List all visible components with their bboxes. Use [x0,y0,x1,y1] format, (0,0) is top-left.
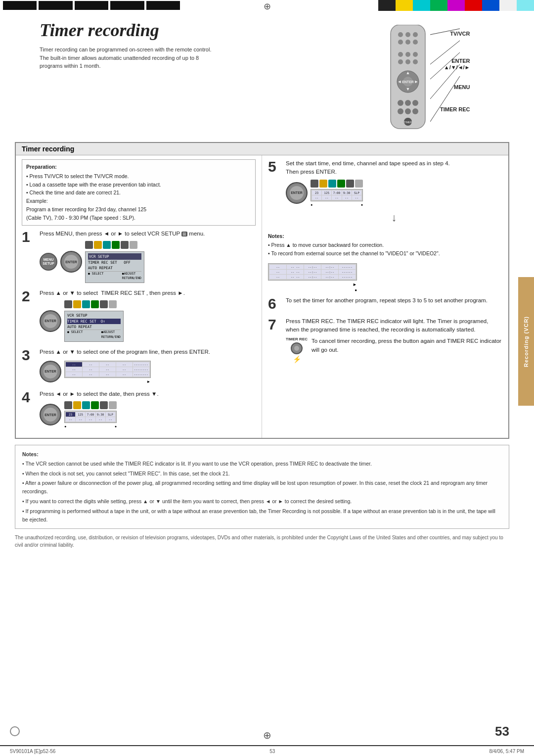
step-4: 4 Press ◄ or ► to select the date, then … [22,390,256,428]
step-5-screens: 23 125 7:00 9:30 SLP -- -- -- -- -- [311,180,363,206]
icon-2-2 [73,300,81,308]
step-7-content: Press TIMER REC. The TIMER REC indicator… [286,317,502,364]
step-7-num: 7 [268,317,282,332]
title-section: Timer recording Timer recording can be p… [15,15,509,135]
icon-4-6 [109,401,117,409]
bottom-notes-section: Notes: • The VCR section cannot be used … [15,445,509,529]
prep-line-4: Example: [26,197,251,205]
notes-screen-area: -- -- -- --:-- --:-- ------ -- -- -- --:… [268,262,502,292]
g5-r2c1: -- [312,195,321,200]
step-5-img: ENTER [286,180,502,206]
step-5-enter-icon: ENTER [286,182,308,204]
ng-r2c5: ------ [339,270,356,274]
ng-r2c2: -- -- [287,270,304,274]
icon-5-2 [319,180,327,188]
step-3-content: Press ▲ or ▼ to select one of the progra… [40,348,256,384]
step-6: 6 To set the timer for another program, … [268,296,502,311]
ng-r3c4: --:-- [321,275,338,279]
svg-point-12 [413,59,418,64]
screen-2-footer: ● SELECT ●ADJUSTRETURN/END [67,330,121,340]
prep-title: Preparation: [26,163,251,171]
g5-r2c3: -- [332,195,341,200]
g4-r1c2: 125 [76,412,85,417]
step-7-text: Press TIMER REC. The TIMER REC indicator… [286,317,502,334]
g4-r1c4: 9:30 [96,412,105,417]
svg-point-24 [405,108,411,114]
grid-r3c4: -- [116,372,133,377]
prep-line-5: Program a timer recording for 23rd day, … [26,205,251,214]
svg-point-6 [413,40,418,45]
title-desc: Timer recording can be programmed on-scr… [15,46,222,70]
icon-5-3 [328,180,336,188]
vcr-icons-row-4 [64,401,117,409]
bottom-note-2: • When the clock is not set, you cannot … [22,470,502,478]
step-6-content: To set the timer for another program, re… [286,296,502,308]
svg-text:ENTER: ENTER [402,80,414,84]
label-timer-rec: TIMER REC [440,106,470,113]
bottom-note-1: • The VCR section cannot be used while t… [22,460,502,468]
icon-4-1 [64,401,72,409]
grid-r3c3: -- [99,372,116,377]
timer-rec-circle [291,342,303,354]
step-5-grid: 23 125 7:00 9:30 SLP -- -- -- -- -- [311,189,363,201]
step-3-screens: -- -- -- -- -------- -- -- -- -- ----- [64,359,151,384]
icon-6 [130,241,137,249]
g4-r2c3: -- [86,417,95,422]
step-2-enter-icon: ENTER [40,310,61,332]
step-5-enter-inner: ENTER [290,186,304,200]
step-4-enter-inner: ENTER [44,408,57,422]
timer-rec-slash-icon: ⚡ [293,355,301,363]
svg-point-22 [412,100,418,106]
right-column: 5 Set the start time, end time, channel … [262,155,508,438]
ng-r1c3: --:-- [304,265,321,269]
step-2-screens: VCR SETUP TIMER REC SET O↑ AUTO REPEAT ●… [64,300,124,341]
bottom-note-5: • If programming is performed without a … [22,507,502,524]
label-enter: ENTER ▲/▼/◄/► [440,58,470,71]
ng-r1c4: --:-- [321,265,338,269]
ng-r3c3: --:-- [304,275,321,279]
prep-line-1: • Press TV/VCR to select the TV/VCR mode… [26,172,251,181]
grid-r3c2: -- [83,372,99,377]
step-1: 1 Press MENU, then press ◄ or ► to selec… [22,230,256,284]
grid-r2c5: -------- [133,367,149,372]
note-right-2: • To record from external source set the… [268,249,502,258]
g4-r2c1: -- [66,417,75,422]
svg-point-4 [398,40,403,45]
side-recording-tab: Recording (VCR) [518,277,534,406]
menu-button-icon: MENUSETUP [40,253,57,271]
main-content: Timer recording Timer recording can be p… [15,15,509,736]
ng-r3c1: -- [269,275,286,279]
grid-r1c4: -- [116,362,133,367]
grid-r3c5: -------- [133,372,149,377]
vcr-icons-row-1 [85,241,144,249]
notes-screen-col: -- -- -- --:-- --:-- ------ -- -- -- --:… [268,262,357,292]
screen-auto-repeat: AUTO REPEAT [88,265,141,271]
step-4-img: ENTER [40,401,256,428]
ng-r2c3: --:-- [304,270,321,274]
g4-r2c5: -- [106,417,115,422]
notes-grid: -- -- -- --:-- --:-- ------ -- -- -- --:… [268,263,357,281]
step-5-text: Set the start time, end time, channel an… [286,159,502,177]
step-1-text: Press MENU, then press ◄ or ► to select … [40,230,256,238]
section-title: Timer recording [16,143,508,155]
step-1-screens: VCR SETUP TIMER REC SET OFF AUTO REPEAT … [85,241,144,283]
timer-rec-button-icon [291,342,303,354]
step-4-screens: 23 125 7:00 9:30 SLP -- -- -- -- -- [64,401,117,428]
bottom-left-marker [10,726,20,736]
preparation-box: Preparation: • Press TV/VCR to select th… [22,159,256,226]
svg-point-9 [413,52,418,57]
svg-point-2 [405,32,410,37]
icon-2-4 [91,300,99,308]
step-1-screen: VCR SETUP TIMER REC SET OFF AUTO REPEAT … [85,251,144,283]
bottom-note-3: • After a power failure or disconnection… [22,479,502,496]
grid-r1c3: -- [99,362,116,367]
grid-r2c3: -- [99,367,116,372]
step-7: 7 Press TIMER REC. The TIMER REC indicat… [268,317,502,364]
timer-rec-text-label: TIMER REC [286,337,308,341]
icon-3 [103,241,111,249]
top-color-strip [378,0,534,11]
icon-5-1 [311,180,318,188]
icon-4 [112,241,120,249]
svg-point-11 [405,59,410,64]
timer-rec-icon-area: TIMER REC ⚡ [286,337,308,363]
